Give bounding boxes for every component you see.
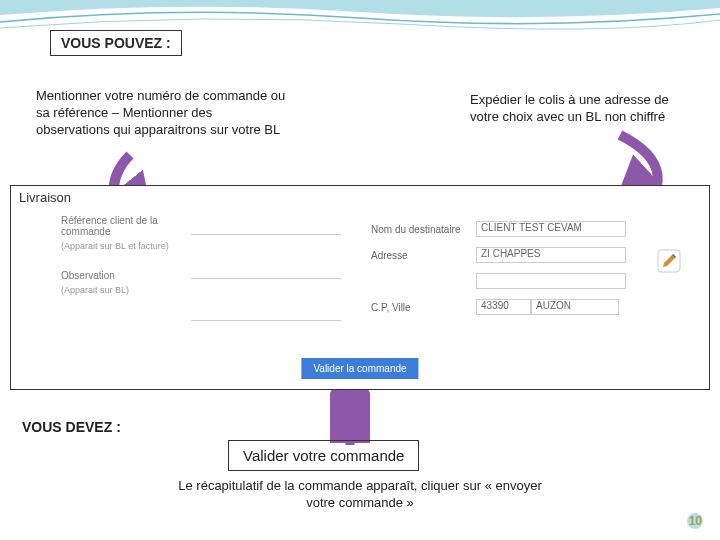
obs-label: Observation [61,270,191,281]
page-number: 10 [689,514,702,528]
dest-input[interactable]: CLIENT TEST CEVAM [476,221,626,237]
bottom-instruction: Le récapitulatif de la commande apparaît… [170,478,550,512]
title-devez: VOUS DEVEZ : [22,418,121,436]
ref-input[interactable] [191,221,341,235]
dest-label: Nom du destinataire [371,224,476,235]
obs-input[interactable] [191,265,341,279]
callout-validate: Valider votre commande [228,440,419,471]
cp-label: C.P, Ville [371,302,476,313]
cp-input[interactable]: 43390 [476,299,531,315]
validate-button[interactable]: Valider la commande [301,358,418,379]
addr-input[interactable]: ZI CHAPPES [476,247,626,263]
obs-sublabel: (Apparait sur BL) [11,285,371,295]
callout-right: Expédier le colis à une adresse de votre… [470,92,680,126]
ref-sublabel: (Apparait sur BL et facture) [11,241,371,251]
delivery-form: Livraison Référence client de la command… [10,185,710,390]
addr2-input[interactable] [476,273,626,289]
edit-icon[interactable] [657,249,681,273]
extra-input[interactable] [191,307,341,321]
form-section-title: Livraison [11,186,709,209]
callout-left: Mentionner votre numéro de commande ou s… [36,88,286,139]
ville-input[interactable]: AUZON [531,299,619,315]
title-pouvez: VOUS POUVEZ : [50,30,182,56]
ref-label: Référence client de la commande [61,215,191,237]
addr-label: Adresse [371,250,476,261]
